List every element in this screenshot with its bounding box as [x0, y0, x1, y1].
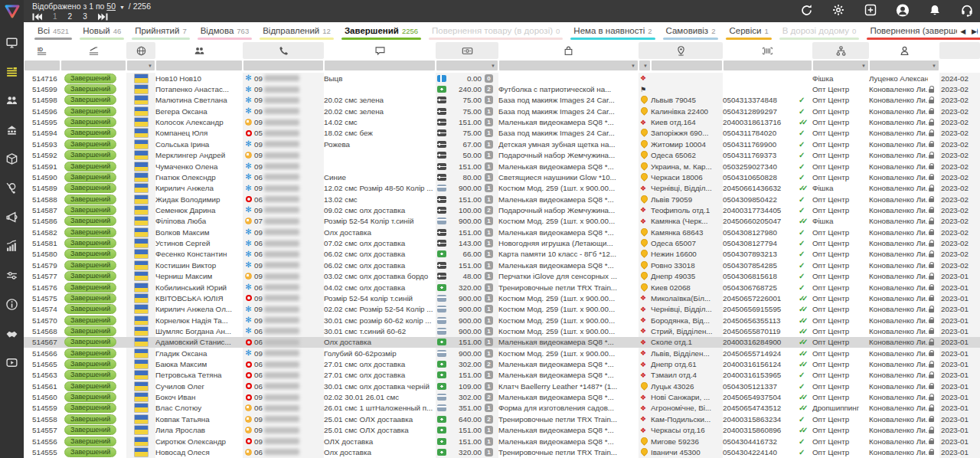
table-row[interactable]: 514589ЗавершенийКирилич Анжела✻0912.02 с… [24, 183, 980, 194]
first-page-button[interactable] [32, 13, 42, 21]
header-globe-icon[interactable] [126, 42, 155, 59]
table-row[interactable]: 514581ЗавершенийУстинов Сергей✻0607.02 с… [24, 237, 980, 248]
header-hierarchy-icon[interactable] [812, 42, 869, 59]
tab-нема-в-наявності[interactable]: Нема в наявності2 [570, 22, 655, 40]
header-pin-icon[interactable] [639, 42, 723, 59]
sidebar-item-orders-list-icon[interactable] [0, 57, 24, 86]
filter-input-id-column-icon[interactable] [24, 61, 60, 70]
filter-input-status-column-icon[interactable] [61, 61, 126, 70]
header-barcode-icon[interactable] [723, 42, 812, 59]
sidebar-item-video-tutorial-icon[interactable] [0, 348, 24, 377]
table-row[interactable]: 514557ЗавершенийЛила Ярослав0925.01 смс … [24, 425, 980, 436]
bell-icon[interactable] [928, 3, 942, 17]
filter-dropdown-icon[interactable]: ▼ [932, 64, 936, 68]
tab-scroll-left-icon[interactable]: ◀ [960, 28, 965, 35]
filter-dropdown-icon[interactable]: ▼ [148, 64, 152, 68]
tab-сервіси[interactable]: Сервіси1 [726, 22, 771, 40]
per-page-dropdown[interactable]: 50 [106, 2, 116, 11]
filter-input-chat-icon[interactable] [325, 61, 435, 70]
filter-input-location[interactable] [652, 61, 722, 70]
header-date-column[interactable] [939, 42, 980, 59]
filter-dropdown-icon[interactable]: ▼ [631, 64, 635, 68]
table-row[interactable]: 514560ЗавершенийБокоч Иван0902.02 30.01 … [24, 391, 980, 402]
table-row[interactable]: 514567ЗавершенийАдамовский Станис...06Ол… [24, 337, 980, 348]
sidebar-item-settings-sliders-icon[interactable] [0, 260, 24, 290]
table-row[interactable]: 514582ЗавершенийВолков Максим✻09Олх дост… [24, 227, 980, 237]
header-money-icon[interactable] [436, 42, 498, 59]
headset-icon[interactable] [960, 3, 974, 17]
tab-відмова[interactable]: Відмова763 [198, 22, 252, 40]
filter-input-delivery[interactable]: ▼ [639, 61, 650, 70]
header-id-column-icon[interactable]: ID [24, 42, 60, 59]
table-row[interactable]: 514586ЗавершенийФіліпова Люба07Розмір 52… [24, 216, 980, 227]
sidebar-item-info-icon[interactable] [0, 290, 24, 319]
table-row[interactable]: 514595ЗавершенийКолосок Александр0914.02… [24, 116, 980, 127]
table-row[interactable]: 514555ЗавершенийНовосад Олеся06Олх доста… [24, 447, 980, 457]
header-people-icon[interactable] [155, 42, 243, 59]
table-row[interactable]: 514568ЗавершенийШумляс Богдана Ан...✻063… [24, 326, 980, 336]
table-row[interactable]: 514716ЗавершенийНов10 Нов10✻09Выцв0.000❖… [24, 73, 980, 83]
header-person-icon[interactable] [869, 42, 939, 59]
tab-самовивіз[interactable]: Самовивіз2 [663, 22, 719, 40]
sidebar-item-marketing-megaphone-icon[interactable] [0, 202, 24, 231]
table-row[interactable]: 514576ЗавершенийКобилинський Юрий✻0604.0… [24, 282, 980, 293]
page-button-2[interactable]: 2 [68, 12, 73, 21]
filter-input-person-icon[interactable]: ▼ [870, 61, 939, 70]
tab-всі[interactable]: Всі4521 [34, 22, 72, 40]
tab-повернення-товару-в-дорозі-[interactable]: Повернення товару (в дорозі)0 [429, 22, 563, 40]
sidebar-item-company-icon[interactable] [0, 115, 24, 144]
table-row[interactable]: 514559ЗавершенийВлас Слотюу0626.01 смс 1… [24, 403, 980, 414]
table-row[interactable]: 514561ЗавершенийСучилов Олег0630.01 смс … [24, 381, 980, 391]
last-page-button[interactable] [98, 13, 108, 21]
table-row[interactable]: 514579ЗавершенийКостишин Виктор✻0906.02 … [24, 260, 980, 270]
tab-в-дорозі-додому[interactable]: В дорозі додому0 [779, 22, 860, 40]
gear-icon[interactable] [831, 3, 845, 17]
table-row[interactable]: 514575ЗавершенийКВІТОВСЬКА ЮЛІЯ09Розмір … [24, 293, 980, 303]
header-bag-icon[interactable] [498, 42, 639, 59]
header-status-column-icon[interactable] [60, 42, 126, 59]
filter-dropdown-icon[interactable]: ▼ [861, 64, 866, 68]
table-row[interactable]: 514558ЗавершенийКовпак Татьяна0925.01 см… [24, 414, 980, 424]
table-row[interactable]: 514590ЗавершенийГнатюк Олексндр✻06Синие8… [24, 172, 980, 182]
tab-scroll-right-icon[interactable]: ▶ [972, 28, 977, 35]
filter-input-money-icon[interactable]: ▼ [436, 61, 498, 70]
filter-input-people-icon[interactable] [156, 61, 242, 70]
sidebar-item-partners-handshake-icon[interactable] [0, 319, 24, 348]
filter-input-phone-icon[interactable] [243, 61, 323, 70]
add-window-icon[interactable] [864, 3, 877, 17]
table-row[interactable]: 514574ЗавершенийКирилич Анжела Ол...✻090… [24, 304, 980, 315]
avatar[interactable] [896, 3, 910, 17]
table-row[interactable]: 514566ЗавершенийГладик Оксана✻09Голубий … [24, 348, 980, 358]
filter-input-globe-icon[interactable]: ▼ [127, 61, 155, 70]
table-row[interactable]: 514592ЗавершенийМерклингер Андрей0950.00… [24, 150, 980, 161]
filter-input-bag-icon[interactable]: ▼ [499, 61, 638, 70]
table-row[interactable]: 514598ЗавершенийМалютина Светлана✻0920.0… [24, 95, 980, 106]
table-row[interactable]: 514588ЗавершенийЖидак Володимир0613.02 с… [24, 194, 980, 204]
table-row[interactable]: 514594ЗавершенийКомпанец Юля0518.02 смс … [24, 128, 980, 139]
table-row[interactable]: 514563ЗавершенийПетровська Тетяна0627.01… [24, 370, 980, 381]
tab-новый[interactable]: Новый46 [80, 22, 124, 40]
table-row[interactable]: 514556ЗавершенийСиротюк Олександр09ОЛХ д… [24, 436, 980, 447]
tab-завершений[interactable]: Завершений2256 [341, 22, 421, 40]
table-row[interactable]: 514565ЗавершенийБаюка Максим0627.01 смс … [24, 358, 980, 369]
table-row[interactable]: 514596ЗавершенийВегера Оксана✻0920.02 см… [24, 106, 980, 116]
filter-dropdown-icon[interactable]: ▼ [491, 64, 495, 68]
table-row[interactable]: 514591ЗавершенийЧумаченко Олена✻09151.00… [24, 161, 980, 172]
sidebar-item-stats-chart-icon[interactable] [0, 231, 24, 260]
sidebar-item-procurement-cart-icon[interactable] [0, 173, 24, 202]
table-row[interactable]: 514587ЗавершенийСеменюк Дарина✻0909.02 с… [24, 204, 980, 215]
page-button-1[interactable]: 1 [53, 12, 57, 21]
page-button-3[interactable]: 3 [83, 12, 87, 21]
header-chat-icon[interactable] [324, 42, 436, 59]
filter-input-hierarchy-icon[interactable]: ▼ [813, 61, 868, 70]
header-phone-icon[interactable] [243, 42, 324, 59]
tab-відправлений[interactable]: Відправлений12 [260, 22, 334, 40]
table-row[interactable]: 514570ЗавершенийКорнелюк Надія Та...✻093… [24, 315, 980, 326]
sidebar-item-products-box-icon[interactable] [0, 144, 24, 173]
filter-dropdown-icon[interactable]: ▼ [643, 64, 648, 68]
table-row[interactable]: 514580ЗавершенийФесенко Константин✻0606.… [24, 249, 980, 260]
sidebar-item-people-icon[interactable] [0, 86, 24, 115]
sidebar-item-monitor-icon[interactable] [0, 28, 24, 57]
tab-прийнятий[interactable]: Прийнятий7 [132, 22, 190, 40]
table-row[interactable]: 514577ЗавершенийЧерниш Максим0903.02 смс… [24, 270, 980, 281]
